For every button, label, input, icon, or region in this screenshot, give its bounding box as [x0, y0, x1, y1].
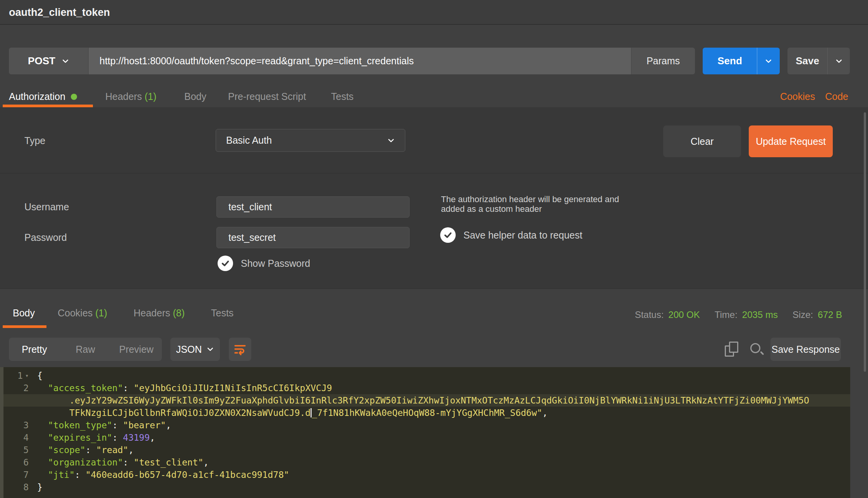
tab-prerequest-label: Pre-request Script — [228, 91, 306, 102]
tab-body-label: Body — [184, 91, 206, 102]
cookies-link[interactable]: Cookies — [780, 91, 815, 102]
authorization-panel: Type Basic Auth Clear Update Request Use… — [0, 107, 868, 289]
active-tab-underline — [3, 325, 46, 328]
view-mode-preview[interactable]: Preview — [111, 338, 162, 361]
line-number: 5 — [0, 444, 37, 456]
format-value: JSON — [176, 344, 202, 355]
search-response-button[interactable] — [750, 342, 765, 358]
type-label: Type — [24, 135, 45, 146]
status-group: Status: 200 OK — [635, 309, 700, 320]
tab-prerequest-script[interactable]: Pre-request Script — [228, 91, 306, 102]
size-value: 672 B — [818, 309, 842, 320]
search-icon — [760, 351, 764, 355]
time-value: 2035 ms — [742, 309, 778, 320]
method-dropdown[interactable]: POST — [9, 48, 89, 74]
response-tab-cookies[interactable]: Cookies (1) — [58, 307, 107, 319]
view-mode-segmented: Pretty Raw Preview — [9, 338, 162, 361]
chevron-down-icon — [206, 345, 214, 353]
code-line: TFkNzgiLCJjbGllbnRfaWQiOiJ0ZXN0X2NsaWVud… — [0, 407, 850, 419]
save-helper-label: Save helper data to request — [463, 230, 582, 241]
code-text: "jti": "460eadd6-b657-4d70-a1cf-41bcac99… — [37, 469, 289, 481]
tab-headers-label: Headers — [105, 91, 142, 102]
copy-icon — [729, 342, 738, 353]
tab-authorization[interactable]: Authorization — [9, 91, 77, 102]
code-rows: 1▾{2 "access_token": "eyJhbGciOiJIUzI1Ni… — [0, 369, 850, 493]
line-number: 4 — [0, 431, 37, 444]
code-text: "access_token": "eyJhbGciOiJIUzI1NiIsInR… — [37, 382, 332, 394]
scrollbar[interactable] — [864, 112, 866, 372]
show-password-toggle[interactable]: Show Password — [218, 256, 310, 271]
wrap-text-icon — [233, 343, 247, 356]
send-button[interactable]: Send — [703, 48, 757, 74]
send-label: Send — [717, 55, 742, 67]
tab-headers-count: (1) — [144, 91, 156, 102]
password-field[interactable] — [216, 227, 410, 248]
search-icon — [750, 343, 760, 353]
code-line: 5 "scope": "read", — [0, 444, 850, 456]
save-response-label: Save Response — [772, 344, 840, 355]
show-password-label: Show Password — [241, 258, 310, 269]
tab-body[interactable]: Body — [184, 91, 206, 102]
response-tab-headers[interactable]: Headers (8) — [134, 307, 185, 319]
save-button[interactable]: Save — [787, 48, 827, 74]
tab-authorization-label: Authorization — [9, 91, 65, 102]
response-status-line: Status: 200 OK Time: 2035 ms Size: 672 B — [635, 304, 842, 325]
save-label: Save — [796, 55, 819, 67]
request-tab-bar: oauth2_client_token — [0, 0, 868, 25]
editor-edge-strip — [0, 367, 3, 498]
url-input[interactable] — [89, 48, 631, 74]
response-body-editor[interactable]: 1▾{2 "access_token": "eyJhbGciOiJIUzI1Ni… — [0, 367, 850, 498]
username-field[interactable] — [216, 196, 410, 218]
response-tab-cookies-count: (1) — [95, 307, 107, 318]
response-tab-tests[interactable]: Tests — [211, 307, 233, 319]
view-mode-pretty[interactable]: Pretty — [9, 338, 60, 361]
code-line: 2 "access_token": "eyJhbGciOiJIUzI1NiIsI… — [0, 382, 850, 394]
send-split-button: Send — [703, 48, 780, 74]
clear-button[interactable]: Clear — [663, 125, 741, 157]
password-label: Password — [24, 227, 67, 248]
save-split-button: Save — [787, 48, 850, 74]
time-label: Time: — [715, 309, 738, 320]
chevron-down-icon — [765, 57, 772, 65]
code-text: .eyJzY29wZSI6WyJyZWFkIl0sIm9yZ2FuaXphdGl… — [37, 394, 809, 407]
code-link[interactable]: Code — [825, 91, 848, 102]
tab-tests[interactable]: Tests — [331, 91, 353, 102]
line-number: 8 — [0, 481, 37, 493]
view-mode-raw[interactable]: Raw — [60, 338, 111, 361]
params-button[interactable]: Params — [631, 48, 695, 74]
response-tab-headers-label: Headers — [134, 307, 170, 318]
chevron-down-icon — [835, 57, 843, 65]
code-text: } — [37, 481, 43, 493]
checkbox-checked-icon[interactable] — [440, 227, 456, 243]
send-options-button[interactable] — [757, 48, 780, 74]
line-number — [0, 407, 37, 419]
save-response-button[interactable]: Save Response — [770, 338, 841, 361]
active-tab-underline — [3, 105, 93, 107]
checkbox-checked-icon[interactable] — [218, 256, 233, 271]
tab-headers[interactable]: Headers (1) — [105, 91, 156, 102]
save-helper-toggle[interactable]: Save helper data to request — [440, 227, 582, 243]
wrap-text-button[interactable] — [229, 338, 251, 361]
code-text: "token_type": "bearer", — [37, 419, 171, 431]
update-request-button[interactable]: Update Request — [749, 125, 833, 157]
save-options-button[interactable] — [827, 48, 850, 74]
auth-helper-note: The authorization header will be generat… — [441, 194, 627, 214]
url-pill: POST Params — [9, 48, 695, 74]
username-label: Username — [24, 196, 69, 218]
size-group: Size: 672 B — [793, 309, 842, 320]
fold-caret-icon[interactable]: ▾ — [25, 372, 29, 379]
line-number — [0, 394, 37, 407]
code-line: 6 "organization": "test_client", — [0, 456, 850, 469]
update-request-label: Update Request — [756, 136, 826, 147]
copy-response-button[interactable] — [725, 342, 742, 359]
line-number: 2 — [0, 382, 37, 394]
response-tab-tests-label: Tests — [211, 307, 233, 318]
params-label: Params — [647, 55, 680, 67]
chevron-down-icon — [387, 137, 395, 144]
response-tabs: Body Cookies (1) Headers (8) Tests Statu… — [0, 304, 868, 328]
request-links: Cookies Code — [780, 91, 848, 102]
auth-type-dropdown[interactable]: Basic Auth — [216, 129, 405, 152]
clear-label: Clear — [691, 136, 714, 147]
response-tab-body[interactable]: Body — [13, 307, 35, 319]
format-dropdown[interactable]: JSON — [170, 338, 220, 361]
